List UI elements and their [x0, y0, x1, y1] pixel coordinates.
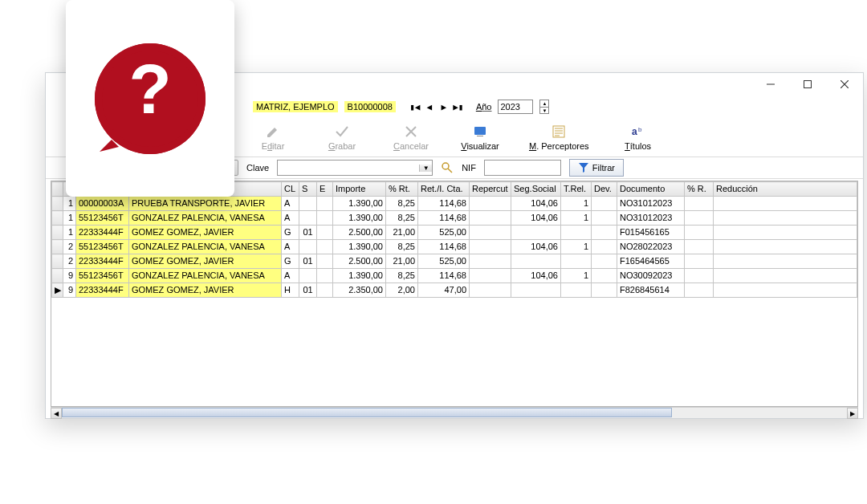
- search-icon[interactable]: [441, 161, 454, 174]
- cell[interactable]: GONZALEZ PALENCIA, VANESA: [129, 240, 282, 254]
- cell[interactable]: [299, 240, 317, 254]
- cell[interactable]: [317, 197, 333, 211]
- cell[interactable]: 525,00: [418, 226, 470, 240]
- cell[interactable]: [714, 283, 857, 298]
- cell[interactable]: 1.390,00: [333, 240, 386, 254]
- cell[interactable]: 9: [63, 283, 76, 298]
- horizontal-scrollbar[interactable]: ◀ ▶: [51, 407, 858, 418]
- table-row[interactable]: 100000003APRUEBA TRANSPORTE, JAVIERA1.39…: [52, 197, 857, 211]
- cell[interactable]: F015456165: [617, 226, 685, 240]
- cell[interactable]: A: [282, 211, 299, 226]
- cell[interactable]: [685, 254, 714, 269]
- row-selector[interactable]: [52, 269, 63, 283]
- cell[interactable]: NO30092023: [617, 269, 685, 283]
- cell[interactable]: 1.390,00: [333, 211, 386, 226]
- cell[interactable]: 00000003A: [76, 197, 129, 211]
- table-row[interactable]: 222333444FGOMEZ GOMEZ, JAVIERG012.500,00…: [52, 254, 857, 269]
- cell[interactable]: 104,06: [511, 211, 561, 226]
- cell[interactable]: 114,68: [418, 197, 470, 211]
- cell[interactable]: [470, 197, 511, 211]
- nav-first-button[interactable]: ▮◀: [409, 102, 421, 112]
- year-spin-up[interactable]: ▲: [540, 100, 548, 108]
- cell[interactable]: 21,00: [386, 226, 418, 240]
- col-reduccion[interactable]: Reducción: [714, 182, 857, 197]
- table-row[interactable]: 155123456TGONZALEZ PALENCIA, VANESAA1.39…: [52, 211, 857, 226]
- cell[interactable]: [685, 240, 714, 254]
- cell[interactable]: GONZALEZ PALENCIA, VANESA: [129, 269, 282, 283]
- cell[interactable]: [470, 226, 511, 240]
- cell[interactable]: [592, 283, 617, 298]
- cell[interactable]: [317, 254, 333, 269]
- cell[interactable]: [470, 254, 511, 269]
- table-row[interactable]: 122333444FGOMEZ GOMEZ, JAVIERG012.500,00…: [52, 226, 857, 240]
- col-trel[interactable]: T.Rel.: [561, 182, 592, 197]
- cell[interactable]: 8,25: [386, 211, 418, 226]
- clave-input[interactable]: [278, 161, 419, 175]
- cell[interactable]: 01: [299, 283, 317, 298]
- cell[interactable]: 47,00: [418, 283, 470, 298]
- cell[interactable]: [685, 269, 714, 283]
- cell[interactable]: H: [282, 283, 299, 298]
- cell[interactable]: 2.500,00: [333, 254, 386, 269]
- col-segsocial[interactable]: Seg.Social: [511, 182, 561, 197]
- cell[interactable]: 1: [63, 211, 76, 226]
- cell[interactable]: 114,68: [418, 211, 470, 226]
- cell[interactable]: [592, 211, 617, 226]
- cell[interactable]: 55123456T: [76, 211, 129, 226]
- scroll-thumb[interactable]: [62, 408, 672, 417]
- cell[interactable]: [685, 197, 714, 211]
- cell[interactable]: 1: [561, 269, 592, 283]
- cell[interactable]: 8,25: [386, 240, 418, 254]
- cell[interactable]: 1.390,00: [333, 269, 386, 283]
- cell[interactable]: [561, 283, 592, 298]
- cell[interactable]: 22333444F: [76, 226, 129, 240]
- col-selector[interactable]: [52, 182, 63, 197]
- cell[interactable]: A: [282, 197, 299, 211]
- col-e[interactable]: E: [317, 182, 333, 197]
- nif-input[interactable]: [484, 160, 561, 176]
- editar-button[interactable]: EEditarditar: [253, 124, 293, 151]
- cell[interactable]: [714, 211, 857, 226]
- cell[interactable]: [561, 226, 592, 240]
- cell[interactable]: F826845614: [617, 283, 685, 298]
- cell[interactable]: [685, 226, 714, 240]
- col-dev[interactable]: Dev.: [592, 182, 617, 197]
- cell[interactable]: [685, 283, 714, 298]
- cell[interactable]: 1: [63, 226, 76, 240]
- cell[interactable]: 1.390,00: [333, 197, 386, 211]
- cell[interactable]: [685, 211, 714, 226]
- row-selector[interactable]: [52, 254, 63, 269]
- cell[interactable]: G: [282, 226, 299, 240]
- cell[interactable]: 22333444F: [76, 254, 129, 269]
- mperceptores-button[interactable]: M. PerceptoresM. Perceptores: [529, 124, 589, 151]
- filtrar-button[interactable]: Filtrar: [569, 159, 624, 177]
- data-grid[interactable]: CL S E Importe % Rt. Ret./I. Cta. Reperc…: [51, 181, 858, 407]
- cell[interactable]: [470, 269, 511, 283]
- col-s[interactable]: S: [299, 182, 317, 197]
- cell[interactable]: [317, 226, 333, 240]
- cell[interactable]: 8,25: [386, 197, 418, 211]
- cell[interactable]: [714, 226, 857, 240]
- cell[interactable]: GOMEZ GOMEZ, JAVIER: [129, 254, 282, 269]
- col-repercut[interactable]: Repercut: [470, 182, 511, 197]
- cell[interactable]: [511, 254, 561, 269]
- cell[interactable]: [714, 197, 857, 211]
- cell[interactable]: 104,06: [511, 240, 561, 254]
- cell[interactable]: [511, 226, 561, 240]
- row-selector[interactable]: [52, 211, 63, 226]
- clave-dropdown-button[interactable]: ▼: [419, 165, 432, 172]
- table-row[interactable]: ▶922333444FGOMEZ GOMEZ, JAVIERH012.350,0…: [52, 283, 857, 298]
- cell[interactable]: [592, 254, 617, 269]
- cell[interactable]: NO31012023: [617, 197, 685, 211]
- col-documento[interactable]: Documento: [617, 182, 685, 197]
- cell[interactable]: F165464565: [617, 254, 685, 269]
- cell[interactable]: A: [282, 240, 299, 254]
- cell[interactable]: [317, 240, 333, 254]
- titulos-button[interactable]: ab TítulosTítulos: [618, 124, 658, 151]
- cell[interactable]: 9: [63, 269, 76, 283]
- cell[interactable]: [317, 211, 333, 226]
- cell[interactable]: 2: [63, 240, 76, 254]
- table-row[interactable]: 955123456TGONZALEZ PALENCIA, VANESAA1.39…: [52, 269, 857, 283]
- col-ret[interactable]: Ret./I. Cta.: [418, 182, 470, 197]
- nav-prev-button[interactable]: ◀: [423, 102, 436, 112]
